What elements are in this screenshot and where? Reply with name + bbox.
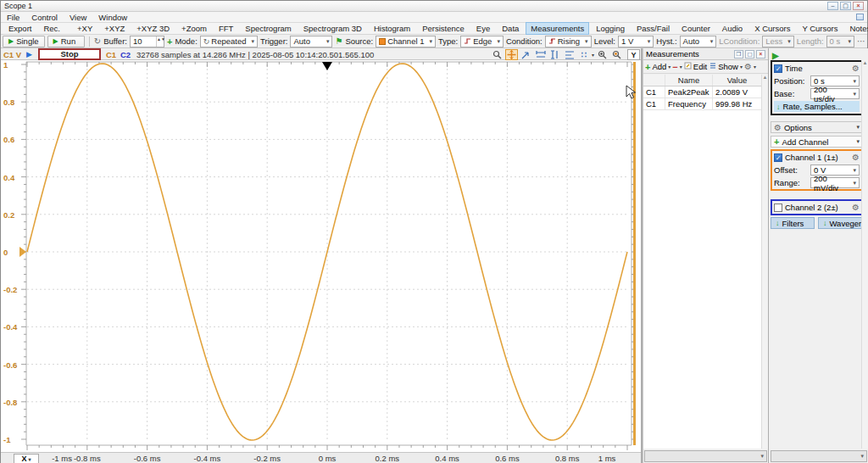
- tab-counter[interactable]: Counter: [676, 22, 715, 35]
- time-checkbox[interactable]: ✓: [774, 64, 782, 73]
- mode-select[interactable]: ↻ Repeated ▾: [200, 36, 258, 47]
- scan-icon[interactable]: ↻: [94, 36, 101, 46]
- close-icon[interactable]: ×: [853, 2, 864, 10]
- tab-y-cursors[interactable]: Y Cursors: [797, 22, 843, 35]
- options-bar[interactable]: ⚙ Options ▾: [771, 121, 863, 133]
- waveform-plot[interactable]: [19, 60, 638, 452]
- measurements-bottom-select[interactable]: ▾: [644, 450, 767, 462]
- tab-audio[interactable]: Audio: [717, 22, 748, 35]
- maximize-icon[interactable]: ▢: [840, 2, 851, 10]
- show-icon[interactable]: [709, 62, 716, 71]
- buffer-stepper[interactable]: 10 ▲▼: [130, 36, 164, 47]
- show-label[interactable]: Show: [718, 62, 738, 71]
- scroll-up-icon[interactable]: ▲: [763, 75, 768, 80]
- scroll-up-icon[interactable]: ▲: [863, 60, 868, 65]
- measurements-scrollbar[interactable]: ▲: [761, 75, 768, 449]
- zoom-custom-icon[interactable]: [610, 49, 623, 60]
- fit-vertical-icon[interactable]: [548, 49, 561, 60]
- tab-eye[interactable]: Eye: [471, 22, 495, 35]
- stepper-arrows-icon[interactable]: ▲▼: [156, 36, 164, 47]
- measurements-panel-header[interactable]: Measurements ❐ ▢ ×: [643, 48, 768, 60]
- tab-histogram[interactable]: Histogram: [369, 22, 415, 35]
- y-axis-button[interactable]: Y: [627, 49, 640, 60]
- hysteresis-select[interactable]: Auto ▾: [680, 36, 717, 47]
- tab-spectrogram[interactable]: Spectrogram: [240, 22, 296, 35]
- gear-icon[interactable]: ⚙: [852, 153, 860, 162]
- tab-notes[interactable]: Notes: [844, 22, 868, 35]
- tab-pass-fail[interactable]: Pass/Fail: [632, 22, 675, 35]
- add-icon[interactable]: +: [167, 36, 172, 47]
- chevron-down-icon[interactable]: ▾: [680, 64, 682, 70]
- zoom-in-icon[interactable]: [596, 49, 609, 60]
- base-select[interactable]: 200 us/div ▾: [810, 88, 860, 99]
- tab--xyz-3d[interactable]: +XYZ 3D: [131, 22, 175, 35]
- chevron-down-icon[interactable]: ▾: [740, 64, 743, 70]
- tab-persistence[interactable]: Persistence: [417, 22, 470, 35]
- trigger-flag-icon[interactable]: ⚑: [335, 36, 342, 46]
- source-select[interactable]: Channel 1 ▾: [376, 36, 436, 47]
- condition-select[interactable]: Rising ▾: [545, 36, 592, 47]
- tab-spectrogram-3d[interactable]: Spectrogram 3D: [298, 22, 367, 35]
- zoom-region-icon[interactable]: [520, 49, 532, 60]
- run-arrow-icon[interactable]: ▶: [26, 48, 32, 60]
- menu-window[interactable]: Window: [92, 12, 133, 23]
- add-channel-button[interactable]: + Add Channel ▾: [771, 136, 863, 148]
- zoom-options-chevron-icon[interactable]: ▾: [592, 52, 594, 58]
- tab-data[interactable]: Data: [497, 22, 524, 35]
- tab--xy[interactable]: +XY: [72, 22, 97, 35]
- gear-icon[interactable]: ⚙: [852, 203, 860, 212]
- x-tick-label: 1 ms: [588, 454, 626, 463]
- tab--xyz[interactable]: +XYZ: [99, 22, 130, 35]
- type-select[interactable]: Edge ▾: [460, 36, 504, 47]
- stop-button[interactable]: Stop: [38, 48, 101, 60]
- level-select[interactable]: 1 V ▾: [618, 36, 654, 47]
- chevron-down-icon[interactable]: ▾: [668, 64, 670, 70]
- filters-button[interactable]: ↓ Filters: [771, 217, 815, 229]
- panel-maximize-icon[interactable]: ▢: [745, 50, 754, 59]
- menu-view[interactable]: View: [64, 12, 92, 23]
- gear-icon[interactable]: ⚙: [852, 64, 860, 73]
- run-button[interactable]: ▶ Run: [47, 36, 86, 47]
- x-axis-button[interactable]: X ▾: [14, 454, 39, 463]
- channel1-checkbox[interactable]: ✓: [774, 153, 782, 162]
- tab--zoom[interactable]: +Zoom: [176, 22, 212, 35]
- c1-badge[interactable]: C1: [106, 48, 116, 60]
- remove-measurement-icon[interactable]: −: [672, 62, 677, 72]
- tab-measurements[interactable]: Measurements: [526, 22, 589, 35]
- pan-crosshair-icon[interactable]: [505, 49, 518, 60]
- trigger-select[interactable]: Auto ▾: [290, 36, 332, 47]
- collapse-panel-icon[interactable]: ▶: [772, 51, 779, 60]
- add-measurement-icon[interactable]: +: [645, 62, 650, 72]
- panel-scrollbar[interactable]: ▲: [861, 60, 868, 449]
- panel-bottom-select[interactable]: ▾: [771, 450, 867, 462]
- menu-control[interactable]: Control: [25, 12, 64, 23]
- wavegens-button[interactable]: ↓ Wavegens: [818, 217, 867, 229]
- toolbar-overflow-icon[interactable]: ⋯: [857, 36, 865, 46]
- channel2-checkbox[interactable]: [774, 204, 782, 212]
- panel-float-icon[interactable]: ❐: [734, 50, 743, 59]
- edit-label[interactable]: Edit: [693, 62, 707, 71]
- panel-close-icon[interactable]: ×: [756, 50, 765, 59]
- one-to-one-icon[interactable]: ∷: [577, 49, 590, 60]
- edit-icon[interactable]: [684, 62, 692, 71]
- table-row[interactable]: C1Peak2Peak2.0089 V: [643, 86, 761, 98]
- tab-export[interactable]: Export: [3, 22, 36, 35]
- minimize-icon[interactable]: –: [827, 2, 838, 10]
- tab-rec-[interactable]: Rec.: [38, 22, 65, 35]
- zoom-icon[interactable]: [491, 49, 504, 60]
- single-button[interactable]: ▶ Single: [3, 36, 45, 47]
- fit-horizontal-icon[interactable]: [534, 49, 547, 60]
- range-select[interactable]: 200 mV/div ▾: [810, 177, 860, 188]
- table-row[interactable]: C1Frequency999.98 Hz: [643, 98, 761, 110]
- tab-fft[interactable]: FFT: [214, 22, 238, 35]
- gear-icon[interactable]: ⚙: [744, 62, 752, 71]
- add-measurement-label[interactable]: Add: [652, 62, 666, 71]
- tab-x-cursors[interactable]: X Cursors: [749, 22, 795, 35]
- menu-file[interactable]: File: [1, 12, 25, 23]
- channel2-title: Channel 2 (2±): [785, 203, 838, 212]
- fit-all-icon[interactable]: [563, 49, 576, 60]
- tab-logging[interactable]: Logging: [591, 22, 630, 35]
- chevron-down-icon[interactable]: ▾: [754, 64, 756, 70]
- dock-icon[interactable]: [856, 14, 864, 20]
- c2-badge[interactable]: C2: [120, 48, 131, 60]
